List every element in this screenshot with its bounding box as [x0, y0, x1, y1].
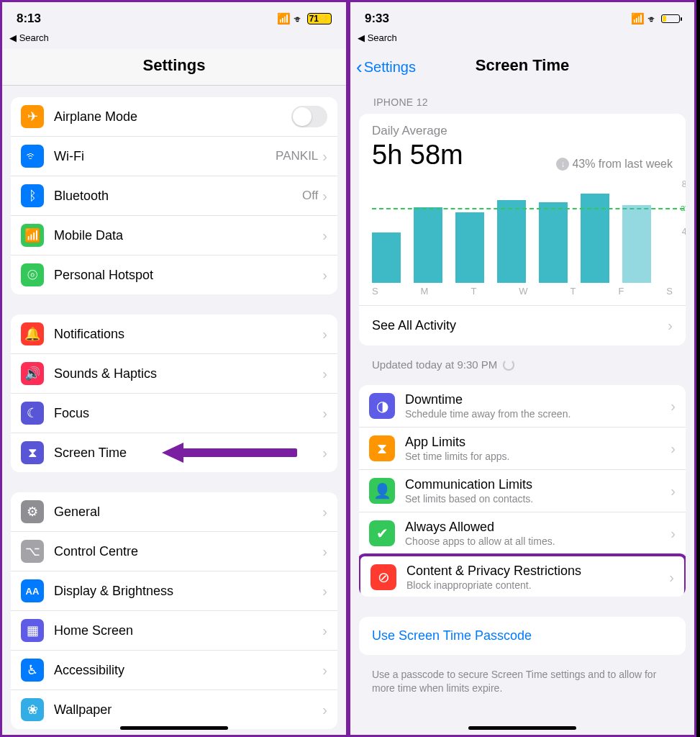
chevron-right-icon: › [322, 543, 327, 560]
option-title: Downtime [405, 392, 671, 407]
option-subtitle: Schedule time away from the screen. [405, 408, 671, 420]
usage-card: Daily Average 5h 58m ↓43% from last week… [359, 114, 686, 345]
settings-row-general[interactable]: ⚙General› [11, 492, 337, 532]
settings-row-control-centre[interactable]: ⌥Control Centre› [11, 532, 337, 571]
status-bar: 9:33 📶 ᯤ [350, 2, 694, 31]
row-label: Accessibility [54, 663, 322, 678]
back-to-search[interactable]: ◀ Search [2, 31, 346, 49]
signal-icon: 📶 [631, 12, 645, 25]
row-label: Bluetooth [54, 189, 302, 204]
settings-row-airplane-mode[interactable]: ✈Airplane Mode [11, 97, 337, 137]
home-indicator[interactable] [468, 726, 576, 730]
page-title: Screen Time [476, 56, 569, 74]
sounds-icon: 🔊 [21, 362, 44, 385]
spinner-icon [503, 359, 514, 371]
use-passcode-link[interactable]: Use Screen Time Passcode [359, 617, 686, 655]
toggle[interactable] [291, 106, 327, 127]
row-label: Mobile Data [54, 228, 322, 243]
chart-bar [622, 205, 651, 284]
option-row-content-privacy-restrictions[interactable]: ⊘Content & Privacy RestrictionsBlock ina… [359, 553, 686, 597]
row-label: Control Centre [54, 544, 322, 559]
chevron-right-icon: › [322, 662, 327, 679]
display-icon: AA [21, 579, 44, 602]
trend-text: ↓43% from last week [556, 158, 673, 171]
settings-row-accessibility[interactable]: ♿︎Accessibility› [11, 651, 337, 690]
screentime-content[interactable]: IPHONE 12 Daily Average 5h 58m ↓43% from… [350, 85, 694, 737]
chart-x-labels: SMTWTFS [359, 284, 686, 305]
chart-x-label: M [421, 286, 429, 297]
settings-row-mobile-data[interactable]: 📶Mobile Data› [11, 216, 337, 256]
daily-average-value: 5h 58m [372, 140, 463, 171]
see-all-activity-row[interactable]: See All Activity› [359, 305, 686, 345]
focus-icon: ☾ [21, 402, 44, 425]
usage-chart: 8h 4h 0 avg [372, 182, 673, 283]
chevron-right-icon: › [322, 188, 327, 204]
airplane-icon: ✈ [21, 105, 44, 128]
option-title: Communication Limits [405, 477, 671, 492]
chart-ylabel-top: 8h [682, 179, 686, 189]
chevron-right-icon: › [322, 227, 327, 244]
battery-indicator: 71⚡ [307, 13, 332, 24]
chevron-right-icon: › [671, 525, 676, 542]
settings-row-sounds-haptics[interactable]: 🔊Sounds & Haptics› [11, 354, 337, 394]
passcode-footer: Use a passcode to secure Screen Time set… [359, 662, 686, 695]
notifications-icon: 🔔 [21, 322, 44, 345]
chart-bar [581, 194, 609, 283]
screentime-screenshot: 9:33 📶 ᯤ ◀ Search ‹Settings Screen Time … [348, 0, 696, 737]
chevron-right-icon: › [322, 445, 327, 461]
navbar: ‹Settings Screen Time [350, 49, 694, 85]
row-label: General [54, 505, 322, 520]
chart-bar [497, 200, 526, 284]
row-detail: Off [302, 189, 318, 203]
chevron-right-icon: › [322, 623, 327, 639]
settings-list[interactable]: ✈Airplane ModeᯤWi-FiPANKIL›ᛒBluetoothOff… [2, 86, 346, 737]
row-label: Home Screen [54, 623, 322, 638]
home-indicator[interactable] [120, 726, 228, 730]
row-label: Wallpaper [54, 702, 322, 718]
row-detail: PANKIL [276, 149, 318, 163]
settings-row-wi-fi[interactable]: ᯤWi-FiPANKIL› [11, 137, 337, 176]
content-restrictions-icon: ⊘ [371, 564, 396, 590]
settings-row-wallpaper[interactable]: ❀Wallpaper› [11, 690, 337, 729]
chart-bar [539, 202, 568, 283]
settings-row-screen-time[interactable]: ⧗Screen Time› [11, 433, 337, 472]
option-row-app-limits[interactable]: ⧗App LimitsSet time limits for apps.› [359, 428, 686, 470]
control-centre-icon: ⌥ [21, 540, 44, 563]
chevron-right-icon: › [322, 702, 327, 718]
chart-x-label: F [618, 286, 624, 297]
settings-row-notifications[interactable]: 🔔Notifications› [11, 315, 337, 354]
settings-row-bluetooth[interactable]: ᛒBluetoothOff› [11, 176, 337, 216]
chart-bar [372, 232, 401, 283]
settings-row-display-brightness[interactable]: AADisplay & Brightness› [11, 571, 337, 611]
wifi-statusicon: ᯤ [647, 13, 658, 25]
wallpaper-icon: ❀ [21, 698, 44, 721]
settings-row-focus[interactable]: ☾Focus› [11, 394, 337, 433]
settings-screenshot: 8:13 📶 ᯤ 71⚡ ◀ Search Settings ✈Airplane… [0, 0, 348, 737]
mobile-data-icon: 📶 [21, 224, 44, 247]
chevron-right-icon: › [322, 366, 327, 382]
option-row-downtime[interactable]: ◑DowntimeSchedule time away from the scr… [359, 385, 686, 428]
back-button[interactable]: ‹Settings [356, 56, 416, 78]
home-screen-icon: ▦ [21, 619, 44, 642]
status-icons: 📶 ᯤ 71⚡ [277, 12, 332, 25]
back-to-search[interactable]: ◀ Search [350, 31, 694, 49]
chart-x-label: S [666, 286, 673, 297]
row-label: Screen Time [54, 446, 322, 461]
option-row-always-allowed[interactable]: ✔Always AllowedChoose apps to allow at a… [359, 512, 686, 555]
settings-row-personal-hotspot[interactable]: ⦾Personal Hotspot› [11, 256, 337, 294]
chevron-right-icon: › [669, 569, 674, 586]
chevron-right-icon: › [322, 405, 327, 422]
chart-bar [455, 212, 484, 283]
navbar: Settings [2, 49, 346, 86]
daily-average-label: Daily Average [372, 124, 673, 138]
option-row-communication-limits[interactable]: 👤Communication LimitsSet limits based on… [359, 470, 686, 512]
downtime-icon: ◑ [369, 393, 395, 419]
chart-x-label: S [372, 286, 378, 297]
screentime-options: ◑DowntimeSchedule time away from the scr… [359, 385, 686, 597]
settings-row-home-screen[interactable]: ▦Home Screen› [11, 611, 337, 651]
chevron-right-icon: › [668, 317, 673, 334]
updated-text: Updated today at 9:30 PM [359, 353, 686, 385]
row-label: Display & Brightness [54, 584, 322, 599]
option-title: App Limits [405, 435, 671, 450]
row-label: Personal Hotspot [54, 268, 322, 283]
